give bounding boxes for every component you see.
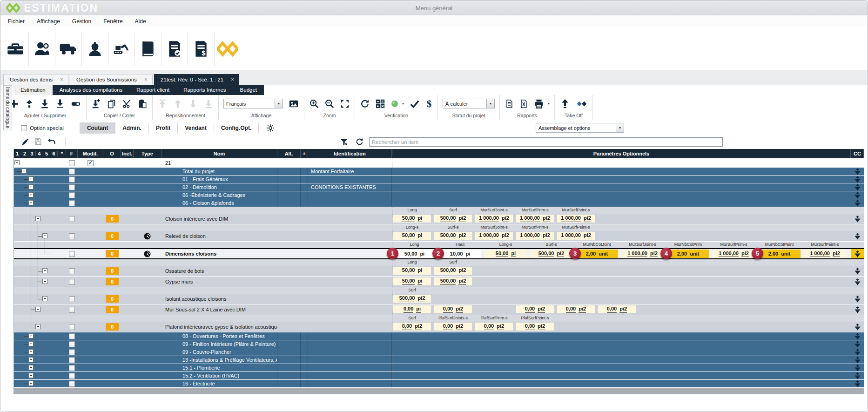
item-row[interactable]: 0Cloison intérieure avec DIM50,00pi500,0… [14, 214, 864, 224]
param-value[interactable]: 2,00unit [667, 250, 709, 258]
category-row[interactable]: 16 - Électricité [14, 380, 864, 387]
expand-expander[interactable] [28, 365, 34, 370]
param-value[interactable]: 0,00pi2 [434, 305, 472, 313]
doc-tab[interactable]: Gestion des Soumissions× [70, 74, 153, 85]
collapse-expander[interactable] [35, 216, 40, 221]
dollar-icon[interactable]: $ [425, 98, 433, 109]
paste-icon[interactable] [137, 99, 148, 109]
param-value[interactable]: 1 000,00pi2 [475, 215, 513, 223]
refresh-icon[interactable] [360, 99, 370, 109]
option-special-checkbox[interactable] [21, 125, 27, 131]
edit-pencil-icon[interactable] [21, 137, 30, 146]
item-row[interactable]: 0Dimensions cloisons150,00pi210,00pi50,0… [14, 248, 864, 259]
insert-down-icon[interactable] [855, 176, 861, 183]
expand-expander[interactable] [28, 333, 34, 338]
param-value[interactable]: 500,00pi2 [434, 215, 472, 223]
expand-expander[interactable] [28, 341, 34, 346]
chevron-down-icon[interactable]: ▼ [275, 99, 283, 108]
expand-expander[interactable] [35, 307, 40, 312]
view-tab-budget[interactable]: Budget [233, 85, 264, 95]
expand-expander[interactable] [42, 268, 47, 273]
f-checkbox[interactable] [69, 341, 75, 347]
search-input[interactable] [369, 137, 723, 147]
document-check-button[interactable] [161, 30, 188, 68]
insert-down-icon[interactable] [855, 341, 861, 348]
collapse-expander[interactable] [21, 169, 27, 174]
item-row[interactable]: 0Ossature de bois50,00pi500,00pi2 [14, 266, 864, 276]
insert-down-icon[interactable] [855, 200, 861, 207]
menu-item-affichage[interactable]: Affichage [37, 18, 60, 25]
mode-button-admin[interactable]: Admin. [115, 122, 149, 134]
expand-expander[interactable] [28, 381, 34, 386]
report-icon[interactable] [505, 99, 514, 109]
excel-icon[interactable]: X [519, 99, 528, 109]
insert-down-icon[interactable] [855, 278, 861, 285]
brand-gold-button[interactable] [215, 30, 241, 68]
mode-button-profit[interactable]: Profit [149, 122, 178, 134]
undo-icon[interactable] [47, 137, 56, 146]
param-value[interactable]: 0,00pi2 [434, 323, 472, 331]
f-checkbox[interactable] [69, 373, 75, 379]
worker-button[interactable] [82, 30, 108, 68]
param-value[interactable]: 1 000,00pi2 [621, 250, 664, 258]
item-row[interactable]: 0Relevé de cloison50,00pi500,00pi21 000,… [14, 231, 864, 241]
insert-down-icon[interactable] [855, 380, 861, 387]
cut-icon[interactable] [122, 99, 132, 109]
param-value[interactable]: 2,00unit [758, 250, 801, 258]
category-row[interactable]: 02 - DémolitionCONDITIONS EXISTANTES [14, 183, 864, 191]
chevron-down-icon[interactable]: ▾ [402, 101, 404, 106]
category-row[interactable]: 09 - Finition Intérieure (Plâtre & Peint… [14, 340, 864, 348]
view-tab-estimation[interactable]: Estimation [13, 85, 53, 95]
item-row[interactable]: 0Isolant acoustique cloisons500,00pi2 [14, 294, 864, 304]
category-row[interactable]: 13 -Installations & Préfilage Ventilateu… [14, 356, 864, 364]
insert-down-icon[interactable] [855, 168, 861, 175]
expand-expander[interactable] [28, 192, 34, 197]
param-value[interactable]: 50,00pi [393, 232, 431, 240]
param-value[interactable]: 1 000,00pi2 [557, 232, 595, 240]
f-checkbox[interactable] [69, 296, 75, 302]
move-up-icon[interactable] [173, 99, 183, 109]
param-value[interactable]: 50,00pi [393, 250, 436, 258]
takeoff-brand-icon[interactable] [576, 100, 588, 108]
param-value[interactable]: 0,00pi [393, 305, 431, 313]
expand-expander[interactable] [28, 184, 34, 189]
gear-icon[interactable] [266, 124, 275, 132]
param-value[interactable]: 500,00pi2 [393, 295, 431, 303]
param-value[interactable]: 0,00pi2 [516, 323, 554, 331]
f-checkbox[interactable] [69, 381, 75, 387]
category-row[interactable]: 15.2 - Ventilation (HVAC) [14, 372, 864, 379]
param-value[interactable]: 1 000,00pi2 [804, 250, 846, 258]
param-value[interactable]: 0,00pi2 [393, 323, 431, 331]
f-checkbox[interactable] [69, 279, 75, 285]
item-edit-input[interactable] [66, 138, 313, 146]
modif-checkbox[interactable] [87, 160, 94, 166]
chevron-down-icon[interactable]: ▼ [486, 99, 494, 108]
document-dollar-button[interactable]: $ [188, 30, 214, 68]
zoom-in-icon[interactable] [309, 99, 319, 109]
insert-down-icon[interactable] [855, 372, 861, 379]
chevron-down-icon[interactable]: ▼ [616, 123, 624, 132]
move-top-icon[interactable] [157, 99, 168, 109]
add-end-icon[interactable] [55, 99, 65, 109]
f-checkbox[interactable] [69, 307, 75, 313]
copy-icon[interactable] [107, 99, 117, 109]
f-checkbox[interactable] [69, 333, 75, 339]
param-value[interactable]: 500,00pi2 [434, 267, 472, 275]
paste-special-icon[interactable] [91, 99, 101, 109]
param-value[interactable]: 2,00unit [576, 250, 618, 258]
param-value[interactable]: 50,00pi [393, 277, 431, 285]
param-value[interactable]: 0,00pi2 [557, 305, 595, 313]
excavator-button[interactable] [108, 30, 135, 68]
toggle-icon[interactable] [70, 99, 81, 109]
param-value[interactable]: 500,00pi2 [434, 277, 472, 285]
f-checkbox[interactable] [69, 349, 75, 355]
param-value[interactable]: 50,00pi [393, 215, 431, 223]
refresh-search-icon[interactable] [355, 137, 364, 146]
insert-down-icon[interactable] [855, 296, 861, 303]
insert-down-icon[interactable] [855, 324, 861, 331]
menu-item-fenêtre[interactable]: Fenêtre [103, 18, 122, 25]
menu-item-fichier[interactable]: Fichier [8, 18, 25, 25]
mode-button-configopt[interactable]: Config.Opt. [214, 122, 259, 134]
f-checkbox[interactable] [69, 169, 75, 175]
param-value[interactable]: 500,00pi2 [530, 250, 572, 258]
